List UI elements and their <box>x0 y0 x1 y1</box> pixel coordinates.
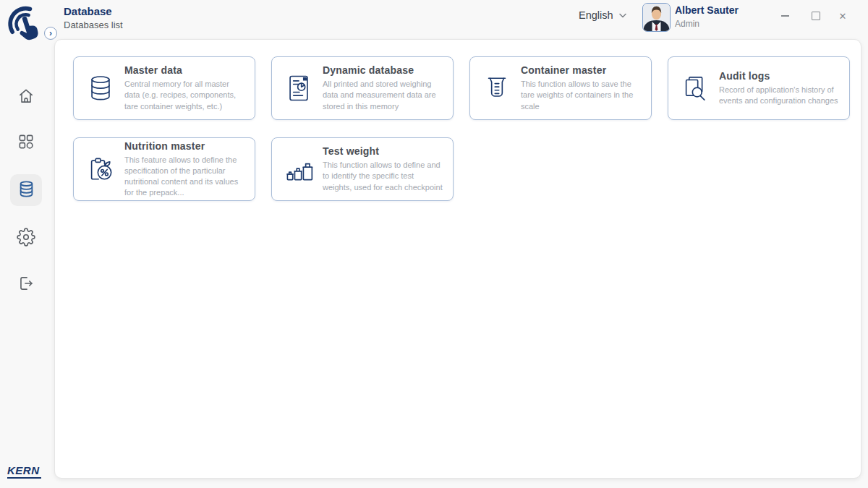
sidebar-item-settings[interactable] <box>10 223 42 254</box>
card-description: This feature allows to define the specif… <box>124 155 244 199</box>
breadcrumb: Databases list <box>64 20 123 30</box>
page-title-text: Database <box>64 5 123 17</box>
logout-icon <box>17 274 35 296</box>
chevron-down-icon <box>618 9 627 21</box>
card-audit-logs[interactable]: Audit logs Record of application's histo… <box>668 56 850 120</box>
maximize-button[interactable] <box>809 9 823 23</box>
sidebar-item-databases[interactable] <box>10 174 42 206</box>
card-title: Nutrition master <box>124 140 244 152</box>
document-chart-icon <box>282 72 315 104</box>
card-description: Record of application's history of event… <box>719 85 839 106</box>
database-cylinder-icon <box>84 72 117 104</box>
sidebar-item-logout[interactable] <box>10 269 42 301</box>
minimize-icon <box>781 15 789 17</box>
maximize-icon <box>812 12 820 20</box>
touch-press-logo <box>4 3 45 45</box>
home-icon <box>17 87 35 108</box>
card-description: All printed and stored weighing data and… <box>323 79 443 112</box>
kern-brand-logo: KERN <box>7 464 41 479</box>
page-title: Database Databases list <box>64 5 123 30</box>
user-name: Albert Sauter <box>675 4 739 16</box>
card-title: Test weight <box>323 145 443 157</box>
card-nutrition-master[interactable]: Nutrition master This feature allows to … <box>73 137 255 201</box>
apps-grid-icon <box>17 132 35 154</box>
sidebar-expand-button[interactable]: › <box>44 27 57 40</box>
measuring-beaker-icon <box>480 72 514 104</box>
gear-icon <box>17 228 35 249</box>
card-container-master[interactable]: Container master This function allows to… <box>469 56 652 120</box>
card-dynamic-database[interactable]: Dynamic database All printed and stored … <box>271 56 454 120</box>
language-selector[interactable]: English <box>579 9 627 21</box>
close-button[interactable]: ✕ <box>835 9 850 23</box>
card-test-weight[interactable]: Test weight This function allows to defi… <box>271 137 454 201</box>
card-title: Master data <box>124 64 244 76</box>
document-search-icon <box>678 72 712 104</box>
minimize-button[interactable] <box>778 9 792 23</box>
card-title: Container master <box>521 64 641 76</box>
card-description: This function allows to define and to id… <box>323 160 443 193</box>
user-menu[interactable]: Albert Sauter Admin <box>675 4 739 29</box>
sidebar-item-apps[interactable] <box>10 127 42 159</box>
database-icon <box>17 179 36 202</box>
card-description: This function allows to save the tare we… <box>521 79 641 112</box>
database-cards-grid: Master data Central memory for all maste… <box>73 56 850 201</box>
clipboard-apple-icon <box>84 153 117 185</box>
avatar[interactable] <box>642 3 671 32</box>
test-weights-icon <box>282 153 315 185</box>
card-title: Dynamic database <box>323 64 443 76</box>
close-icon: ✕ <box>839 11 847 22</box>
sidebar-item-home[interactable] <box>10 82 42 114</box>
card-master-data[interactable]: Master data Central memory for all maste… <box>73 56 255 120</box>
main-content-panel: Master data Central memory for all maste… <box>54 39 861 479</box>
card-title: Audit logs <box>719 70 839 82</box>
user-role: Admin <box>675 19 739 29</box>
language-label: English <box>579 9 613 21</box>
card-description: Central memory for all master data (e.g.… <box>124 79 244 112</box>
